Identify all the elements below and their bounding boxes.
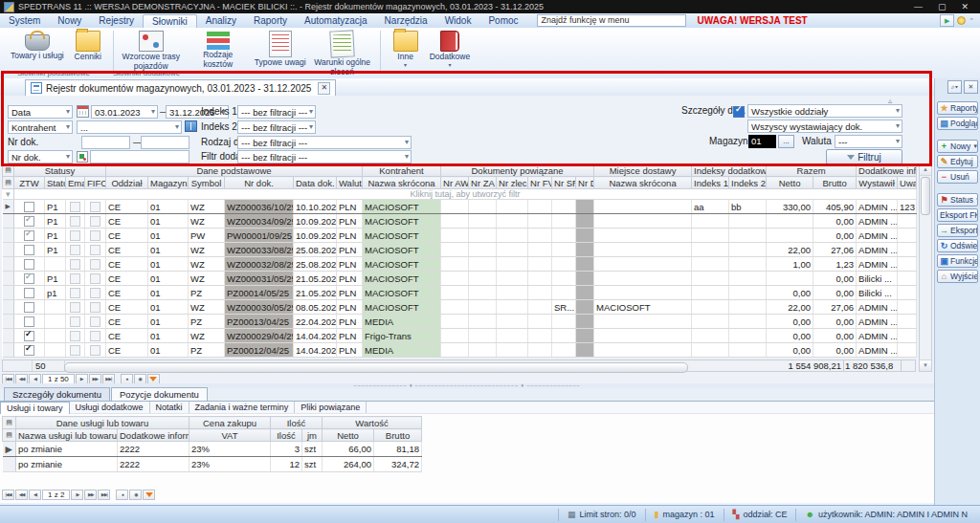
cell-brutto[interactable]: 27,06 <box>813 243 857 257</box>
cell-miejsce[interactable] <box>594 343 692 358</box>
collapse-ribbon-icon[interactable]: ⌃ <box>969 17 974 25</box>
cell-uwagi[interactable] <box>898 343 917 358</box>
panel-search-icon[interactable]: ⌕▾ <box>947 80 962 94</box>
cell-kontrahent[interactable]: MACIOSOFT <box>363 272 441 286</box>
cell-symbol[interactable]: WZ <box>189 200 225 214</box>
cell-miejsce[interactable] <box>594 286 692 300</box>
cell-magazyn[interactable]: 01 <box>148 257 189 272</box>
ztw-checkbox[interactable] <box>24 273 34 284</box>
kontrahent-value-combo[interactable]: ... <box>77 120 182 134</box>
cell-jm[interactable]: szt <box>302 457 323 472</box>
cell-uwagi[interactable] <box>898 272 917 286</box>
cell-nr_zlec[interactable] <box>497 329 528 343</box>
cell-nr_awi[interactable] <box>441 315 469 329</box>
cell-miejsce[interactable] <box>594 200 692 214</box>
cell-ztw[interactable] <box>14 243 45 257</box>
cell-fifo[interactable] <box>85 286 106 300</box>
cell-statu[interactable]: P1 <box>45 272 66 286</box>
cell-fifo[interactable] <box>85 343 106 358</box>
grid-group-header-3[interactable]: Kontrahent <box>363 164 441 177</box>
positions-group-header-1[interactable]: Dane usługi lub towaru <box>16 417 189 429</box>
cell-indeks1[interactable] <box>692 343 729 358</box>
cell-data_dok[interactable]: 21.05.2025 <box>294 272 337 286</box>
cell-fifo[interactable] <box>85 257 106 272</box>
cell-magazyn[interactable]: 01 <box>148 286 189 300</box>
cell-indeks1[interactable] <box>692 329 729 343</box>
cell-waluta[interactable]: PLN <box>337 229 363 243</box>
cell-statu[interactable] <box>45 300 66 315</box>
ztw-checkbox[interactable] <box>24 302 34 313</box>
cell-netto[interactable] <box>767 229 813 243</box>
cell-wystawil[interactable]: Bilicki ... <box>857 286 898 300</box>
cell-waluta[interactable]: PLN <box>337 343 363 358</box>
cell-nr_dok[interactable]: PZ00013/04/25 <box>225 315 294 329</box>
column-header-wystawil[interactable]: Wystawił <box>857 177 898 189</box>
filtruj-button[interactable]: Filtruj <box>826 149 902 164</box>
nr-dok-search-input[interactable] <box>90 150 189 163</box>
cell-nr_dk[interactable] <box>576 257 594 272</box>
cell-email[interactable] <box>66 286 85 300</box>
cell-statu[interactable]: P1 <box>45 243 66 257</box>
grid-horizontal-scrollbar[interactable] <box>64 362 688 373</box>
cell-statu[interactable]: P1 <box>45 214 66 229</box>
ribbon-button-cenniki[interactable]: Cenniki <box>67 30 109 63</box>
cell-dodatkowe[interactable]: 2222 <box>118 442 189 457</box>
cell-nr_awi[interactable] <box>441 343 469 358</box>
cell-waluta[interactable]: PLN <box>337 286 363 300</box>
cell-nr_dk[interactable] <box>576 229 594 243</box>
column-header-kontrahent[interactable]: Nazwa skrócona <box>363 177 441 189</box>
column-header-brutto[interactable]: Brutto <box>813 177 857 189</box>
cell-nr_dok[interactable]: PZ00012/04/25 <box>225 343 294 358</box>
menu-tab-widok[interactable]: Widok <box>436 14 480 27</box>
cell-oddzial[interactable]: CE <box>106 200 148 214</box>
cell-brutto[interactable]: 81,18 <box>374 442 422 457</box>
cell-wystawil[interactable]: ADMIN ... <box>857 257 898 272</box>
ztw-checkbox[interactable] <box>24 216 34 227</box>
menu-tab-pomoc[interactable]: Pomoc <box>479 14 526 27</box>
cell-indeks1[interactable] <box>692 286 729 300</box>
cell-kontrahent[interactable]: MACIOSOFT <box>363 200 441 214</box>
cell-brutto[interactable]: 405,90 <box>813 200 857 214</box>
grid-row-11[interactable]: CE01PZPZ00012/04/2514.04.2025PLNMEDIA0,0… <box>3 343 917 358</box>
date-from-combo[interactable]: 03.01.2023 <box>91 105 158 119</box>
positions-nav-prev-icon-3[interactable]: ◀ <box>29 490 41 500</box>
cell-ztw[interactable] <box>14 286 45 300</box>
cell-nr_srv[interactable] <box>552 200 576 214</box>
cell-kontrahent[interactable]: MEDIA <box>363 315 441 329</box>
cell-wystawil[interactable]: ADMIN ... <box>857 243 898 257</box>
cell-magazyn[interactable]: 01 <box>148 200 189 214</box>
action-button-eksport-fk[interactable]: Eksport FK <box>937 208 978 222</box>
cell-brutto[interactable]: 0,00 <box>813 229 857 243</box>
cell-oddzial[interactable]: CE <box>106 343 148 358</box>
cell-nr_dk[interactable] <box>576 286 594 300</box>
column-header-symbol[interactable]: Symbol <box>189 177 225 189</box>
grid-row-5[interactable]: CE01WZWZ000032/08/2525.08.2025PLNMACIOSO… <box>3 257 917 272</box>
column-header-nr_awi[interactable]: Nr AWI <box>441 177 469 189</box>
menu-tab-raporty[interactable]: Raporty <box>245 14 296 27</box>
ribbon-button-rodzaje-koszt-w[interactable]: Rodzaje kosztów <box>185 30 252 71</box>
column-header-nr_zlec[interactable]: Nr zlec. <box>497 177 528 189</box>
cell-statu[interactable]: p1 <box>45 286 66 300</box>
cell-nr_za[interactable] <box>469 286 497 300</box>
cell-nr_fv[interactable] <box>528 343 552 358</box>
cell-nr_zlec[interactable] <box>497 286 528 300</box>
positions-group-header-3[interactable]: Ilość <box>271 417 323 429</box>
cell-oddzial[interactable]: CE <box>106 329 148 343</box>
indeks2-combo[interactable]: --- bez filtracji --- <box>237 120 316 134</box>
cell-statu[interactable] <box>45 257 66 272</box>
cell-indeks1[interactable] <box>692 229 729 243</box>
cell-indeks2[interactable] <box>729 329 767 343</box>
cell-indeks1[interactable] <box>692 272 729 286</box>
cell-brutto[interactable]: 324,72 <box>374 457 422 472</box>
ztw-checkbox[interactable] <box>24 245 34 255</box>
cell-netto[interactable]: 22,00 <box>767 300 813 315</box>
cell-magazyn[interactable]: 01 <box>148 243 189 257</box>
ztw-checkbox[interactable] <box>24 331 34 341</box>
cell-nr_awi[interactable] <box>441 229 469 243</box>
cell-nr_awi[interactable] <box>441 214 469 229</box>
cell-ztw[interactable] <box>14 272 45 286</box>
cell-nr_dk[interactable] <box>576 315 594 329</box>
ztw-checkbox[interactable] <box>24 230 34 241</box>
cell-nr_zlec[interactable] <box>497 343 528 358</box>
grid-group-header-1[interactable]: Statusy <box>14 164 106 177</box>
